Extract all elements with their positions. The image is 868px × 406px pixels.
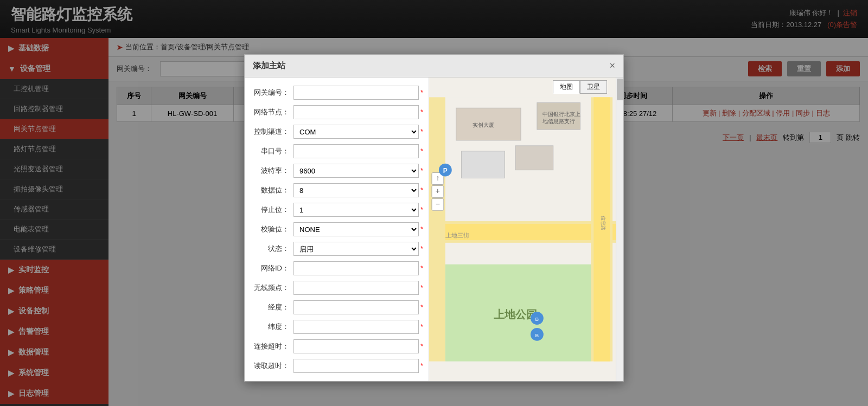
form-row-longitude: 经度：* (245, 298, 429, 317)
form-label-wireless-freq: 无线频点： (250, 283, 293, 293)
svg-rect-11 (515, 146, 553, 170)
map-tab-satellite[interactable]: 卫星 (580, 80, 607, 94)
required-star-wireless-freq: * (420, 284, 423, 292)
form-row-read-timeout: 读取超时：* (245, 356, 429, 376)
required-star-network-node: * (420, 108, 423, 116)
form-row-gw-code: 网关编号：* (245, 83, 429, 102)
svg-rect-5 (429, 97, 445, 361)
form-row-network-node: 网络节点：* (245, 102, 429, 122)
required-star-longitude: * (420, 304, 423, 311)
modal-form: 网关编号：*网络节点：*控制渠道：COMNET*串口号：*波特率：9600115… (245, 78, 429, 381)
required-star-stop-bits: * (420, 206, 423, 214)
modal-close-button[interactable]: × (609, 60, 615, 72)
form-input-stop-bits[interactable]: 12 (293, 203, 419, 217)
form-input-ctrl-channel[interactable]: COMNET (293, 125, 419, 139)
svg-text:B: B (535, 316, 539, 322)
form-row-stop-bits: 停止位：12* (245, 200, 429, 220)
svg-text:−: − (436, 199, 440, 208)
required-star-latitude: * (420, 323, 423, 331)
form-row-data-bits: 数据位：876* (245, 181, 429, 200)
form-input-network-id[interactable] (293, 261, 419, 275)
svg-rect-10 (462, 151, 505, 178)
form-label-conn-timeout: 连接超时： (250, 341, 293, 351)
svg-text:P: P (443, 167, 448, 175)
modal-map: 地图 卫星 (429, 78, 623, 381)
form-input-network-node[interactable] (293, 105, 419, 119)
modal-header: 添加主站 × (245, 55, 623, 78)
form-label-stop-bits: 停止位： (250, 205, 293, 215)
map-container[interactable]: 上地公园 实创大厦 中国银行北京上 地信息路支行 信息路 上地三街 (429, 78, 623, 381)
form-input-latitude[interactable] (293, 320, 419, 334)
map-scrollbar[interactable] (616, 78, 623, 381)
svg-text:实创大厦: 实创大厦 (473, 122, 494, 128)
form-row-serial-port: 串口号：* (245, 141, 429, 161)
form-input-longitude[interactable] (293, 300, 419, 314)
required-star-data-bits: * (420, 186, 423, 194)
svg-text:B: B (535, 332, 539, 338)
form-label-serial-port: 串口号： (250, 146, 293, 156)
svg-text:上地三街: 上地三街 (445, 232, 469, 239)
form-input-status[interactable]: 启用停用 (293, 242, 419, 256)
form-input-conn-timeout[interactable] (293, 339, 419, 353)
required-star-network-id: * (420, 265, 423, 272)
form-row-latitude: 纬度：* (245, 317, 429, 337)
required-star-check-bits: * (420, 225, 423, 233)
required-star-status: * (420, 245, 423, 253)
modal-overlay: 添加主站 × 网关编号：*网络节点：*控制渠道：COMNET*串口号：*波特率：… (0, 0, 868, 406)
form-row-check-bits: 校验位：NONEODDEVEN* (245, 220, 429, 239)
form-label-network-node: 网络节点： (250, 107, 293, 117)
form-input-check-bits[interactable]: NONEODDEVEN (293, 222, 419, 236)
form-label-baud-rate: 波特率： (250, 166, 293, 176)
svg-text:中国银行北京上: 中国银行北京上 (542, 111, 580, 117)
form-input-data-bits[interactable]: 876 (293, 183, 419, 197)
svg-text:+: + (436, 186, 440, 195)
form-input-wireless-freq[interactable] (293, 281, 419, 295)
required-star-read-timeout: * (420, 362, 423, 370)
form-input-baud-rate[interactable]: 960011520057600 (293, 164, 419, 178)
required-star-ctrl-channel: * (420, 128, 423, 136)
svg-text:信息路: 信息路 (601, 216, 606, 230)
form-label-longitude: 经度： (250, 302, 293, 312)
form-label-network-id: 网络ID： (250, 263, 293, 273)
svg-text:↑: ↑ (436, 174, 439, 183)
form-label-check-bits: 校验位： (250, 224, 293, 234)
required-star-baud-rate: * (420, 167, 423, 175)
map-tab-map[interactable]: 地图 (553, 80, 580, 94)
modal-body: 网关编号：*网络节点：*控制渠道：COMNET*串口号：*波特率：9600115… (245, 78, 623, 381)
form-input-gw-code[interactable] (293, 86, 419, 100)
form-label-latitude: 纬度： (250, 322, 293, 332)
form-row-baud-rate: 波特率：960011520057600* (245, 161, 429, 181)
form-row-ctrl-channel: 控制渠道：COMNET* (245, 122, 429, 141)
required-star-serial-port: * (420, 147, 423, 155)
form-label-data-bits: 数据位： (250, 185, 293, 195)
form-label-status: 状态： (250, 244, 293, 254)
form-label-read-timeout: 读取超时： (250, 361, 293, 371)
map-svg: 上地公园 实创大厦 中国银行北京上 地信息路支行 信息路 上地三街 (429, 78, 623, 381)
form-row-network-id: 网络ID：* (245, 259, 429, 278)
add-modal: 添加主站 × 网关编号：*网络节点：*控制渠道：COMNET*串口号：*波特率：… (244, 54, 624, 382)
form-input-read-timeout[interactable] (293, 359, 419, 373)
form-row-conn-timeout: 连接超时：* (245, 337, 429, 356)
required-star-gw-code: * (420, 89, 423, 96)
map-scrollbar-thumb[interactable] (617, 79, 623, 100)
form-input-serial-port[interactable] (293, 144, 419, 158)
form-label-gw-code: 网关编号： (250, 88, 293, 98)
modal-title: 添加主站 (253, 61, 285, 71)
form-row-wireless-freq: 无线频点：* (245, 278, 429, 298)
required-star-conn-timeout: * (420, 343, 423, 350)
svg-text:地信息路支行: 地信息路支行 (542, 118, 575, 124)
form-label-ctrl-channel: 控制渠道： (250, 127, 293, 137)
map-tabs: 地图 卫星 (553, 80, 607, 94)
form-row-status: 状态：启用停用* (245, 239, 429, 259)
